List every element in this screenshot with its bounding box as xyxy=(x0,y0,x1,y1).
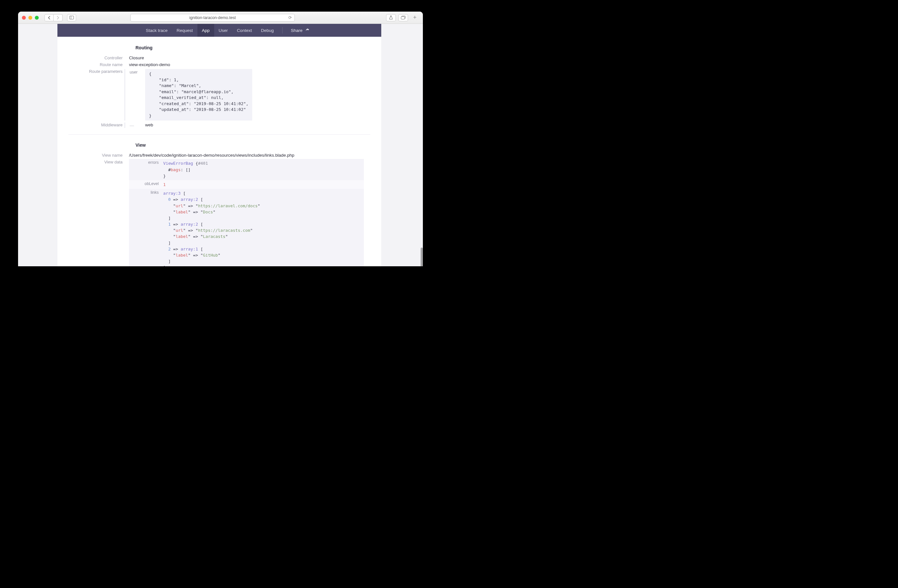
svg-rect-0 xyxy=(70,16,74,19)
reload-button[interactable]: ⟳ xyxy=(288,15,292,20)
label-middleware: Middleware xyxy=(57,122,129,127)
view-heading: View xyxy=(135,143,381,147)
share-arrow-icon xyxy=(305,28,310,32)
tab-request[interactable]: Request xyxy=(172,24,197,37)
row-middleware: Middleware — web xyxy=(57,122,381,128)
chevron-left-icon xyxy=(48,16,51,20)
param-key-user: user xyxy=(125,69,145,121)
tab-stack-trace[interactable]: Stack trace xyxy=(141,24,172,37)
tab-context[interactable]: Context xyxy=(232,24,257,37)
label-route-parameters: Route parameters xyxy=(57,68,129,74)
vd-key-oblevel: obLevel xyxy=(129,180,163,189)
tab-debug[interactable]: Debug xyxy=(257,24,278,37)
back-button[interactable] xyxy=(45,14,54,21)
titlebar: ignition-laracon-demo.test ⟳ + xyxy=(18,12,423,24)
tab-app[interactable]: App xyxy=(197,24,214,37)
tabs-icon xyxy=(401,16,406,20)
svg-rect-3 xyxy=(401,17,405,19)
label-view-data: View data xyxy=(57,159,129,164)
vd-links: links array:3 [ 0 => array:2 [ "url" => … xyxy=(129,189,364,266)
value-controller: Closure xyxy=(129,55,381,60)
vd-key-links: links xyxy=(129,189,163,266)
vd-oblevel: obLevel 1 xyxy=(129,180,364,189)
label-route-name: Route name xyxy=(57,61,129,67)
row-view-name: View name /Users/freek/dev/code/ignition… xyxy=(57,152,381,158)
vd-val-links: array:3 [ 0 => array:2 [ "url" => "https… xyxy=(163,189,364,266)
vd-val-oblevel: 1 xyxy=(163,180,364,189)
middleware-dash: — xyxy=(130,123,134,128)
chevron-right-icon xyxy=(57,16,59,20)
view-data-table: errors ViewErrorBag {#401 #bags: [] } ob… xyxy=(129,159,364,266)
row-route-name: Route name view-exception-demo xyxy=(57,61,381,67)
tabs-button[interactable] xyxy=(398,14,408,21)
row-view-data: View data errors ViewErrorBag {#401 #bag… xyxy=(57,159,381,266)
share-icon xyxy=(389,15,393,20)
value-route-name: view-exception-demo xyxy=(129,61,381,67)
ignition-nav: Stack trace Request App User Context Deb… xyxy=(57,24,381,37)
sidebar-toggle-button[interactable] xyxy=(67,14,76,21)
vd-errors: errors ViewErrorBag {#401 #bags: [] } xyxy=(129,159,364,180)
label-view-name: View name xyxy=(57,152,129,158)
address-text: ignition-laracon-demo.test xyxy=(189,15,236,20)
content-pane: Stack trace Request App User Context Deb… xyxy=(57,24,381,266)
minimize-window-button[interactable] xyxy=(28,16,32,20)
user-json-dump: { "id": 1, "name": "Marcel", "email": "m… xyxy=(145,69,252,121)
page-viewport: Stack trace Request App User Context Deb… xyxy=(18,24,423,266)
row-controller: Controller Closure xyxy=(57,55,381,60)
nav-divider xyxy=(282,27,283,34)
new-tab-button[interactable]: + xyxy=(411,12,419,24)
value-middleware: web xyxy=(145,123,153,128)
browser-window: ignition-laracon-demo.test ⟳ + Stack tra… xyxy=(18,12,423,266)
forward-button[interactable] xyxy=(54,14,63,21)
window-controls xyxy=(22,16,39,20)
middleware-sub: — xyxy=(125,123,145,128)
vd-val-errors: ViewErrorBag {#401 #bags: [] } xyxy=(163,159,364,180)
label-controller: Controller xyxy=(57,55,129,60)
share-label: Share xyxy=(291,28,303,33)
app-content: Routing Controller Closure Route name vi… xyxy=(57,37,381,266)
address-bar[interactable]: ignition-laracon-demo.test ⟳ xyxy=(130,14,295,21)
maximize-window-button[interactable] xyxy=(35,16,39,20)
sidebar-icon xyxy=(69,16,74,19)
scrollbar-thumb[interactable] xyxy=(421,247,423,266)
routing-heading: Routing xyxy=(135,45,381,50)
nav-buttons xyxy=(45,14,63,21)
share-action[interactable]: Share xyxy=(286,24,314,37)
tab-user[interactable]: User xyxy=(214,24,232,37)
section-divider xyxy=(68,134,370,135)
share-button[interactable] xyxy=(386,14,396,21)
close-window-button[interactable] xyxy=(22,16,26,20)
row-route-parameters: Route parameters user { "id": 1, "name":… xyxy=(57,68,381,121)
value-view-name: /Users/freek/dev/code/ignition-laracon-d… xyxy=(129,152,381,158)
vd-key-errors: errors xyxy=(129,159,163,180)
